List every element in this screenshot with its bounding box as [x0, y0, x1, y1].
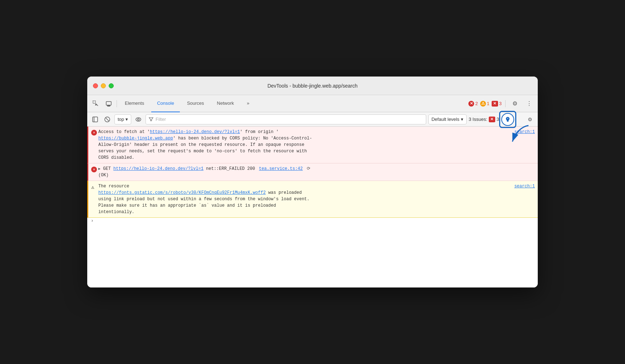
device-toolbar-button[interactable]	[103, 98, 114, 109]
svg-rect-11	[507, 121, 509, 122]
settings-button[interactable]: ⚙	[509, 98, 521, 109]
cors-source-link[interactable]: search:1	[514, 129, 535, 135]
chevron-down-icon: ▾	[126, 117, 128, 122]
svg-rect-0	[93, 101, 95, 103]
svg-rect-12	[507, 121, 508, 122]
cors-url-link[interactable]: https://hello-io-24.deno.dev/?lvl=1	[150, 129, 240, 134]
window-title: DevTools - bubble-jingle.web.app/search	[267, 83, 358, 89]
toolbar-right-divider	[505, 100, 506, 107]
eye-button[interactable]	[133, 114, 143, 124]
tab-sources[interactable]: Sources	[181, 95, 210, 112]
select-element-button[interactable]	[90, 98, 102, 109]
tea-service-link[interactable]: tea.service.ts:42	[259, 166, 302, 171]
error-icon: ✕	[468, 101, 474, 107]
issues-badge-icon: ✕	[489, 117, 495, 122]
net-failed-text: ▶ GET https://hello-io-24.deno.dev/?lvl=…	[98, 166, 535, 178]
error-count[interactable]: ✕ 2	[468, 101, 478, 107]
clear-console-button[interactable]	[102, 114, 112, 124]
warning-entry-icon: ⚠	[91, 184, 94, 191]
devtools-window: DevTools - bubble-jingle.web.app/search …	[87, 77, 538, 287]
main-toolbar: Elements Console Sources Network » ✕ 2 ⚠…	[87, 95, 538, 112]
filter-icon	[149, 117, 153, 122]
titlebar: DevTools - bubble-jingle.web.app/search	[87, 77, 538, 95]
close-button[interactable]	[93, 83, 98, 88]
prompt-caret-icon: ›	[91, 218, 94, 223]
svg-line-7	[106, 118, 109, 120]
bubble-jingle-link[interactable]: https://bubble-jingle.web.app	[98, 136, 173, 141]
minimize-button[interactable]	[101, 83, 106, 88]
svg-rect-4	[93, 117, 98, 122]
sidebar-toggle-button[interactable]	[90, 114, 100, 124]
lightbulb-icon	[505, 116, 511, 123]
console-entry-net-failed: ✕ ▶ GET https://hello-io-24.deno.dev/?lv…	[87, 163, 538, 181]
context-selector[interactable]: top ▾	[114, 114, 131, 124]
get-url-link[interactable]: https://hello-io-24.deno.dev/?lvl=1	[113, 166, 203, 171]
svg-point-8	[136, 118, 141, 121]
lightbulb-button[interactable]	[501, 113, 514, 126]
error-entry-icon-1: ✕	[91, 129, 97, 136]
console-entry-preload-warning: ⚠ The resource search:1 https://fonts.gs…	[87, 181, 538, 218]
tab-console[interactable]: Console	[151, 95, 180, 112]
console-content: ✕ Access to fetch at 'https://hello-io-2…	[87, 127, 538, 287]
font-url-link-source[interactable]: search:1	[514, 183, 535, 190]
error-entry-icon-2: ✕	[91, 166, 97, 173]
console-entry-cors-error: ✕ Access to fetch at 'https://hello-io-2…	[87, 127, 538, 163]
cors-error-text: Access to fetch at 'https://hello-io-24.…	[98, 129, 535, 161]
warning-icon: ⚠	[480, 101, 486, 107]
filter-input[interactable]: Filter	[146, 114, 426, 124]
issues-count[interactable]: ✕ 3	[492, 101, 502, 107]
chevron-down-icon-levels: ▾	[461, 117, 463, 122]
font-url-link[interactable]: https://fonts.gstatic.com/s/roboto/v30/K…	[98, 190, 266, 195]
console-toolbar: top ▾ Filter Default levels ▾ 3 Issues: …	[87, 112, 538, 127]
issues-badge[interactable]: 3 Issues: ✕ 3	[469, 117, 499, 122]
expand-triangle[interactable]: ▶	[98, 167, 100, 171]
svg-rect-1	[106, 102, 111, 105]
error-badge-group: ✕ 2 ⚠ 1 ✕ 3	[468, 101, 502, 107]
tab-elements[interactable]: Elements	[119, 95, 150, 112]
svg-point-9	[138, 118, 139, 120]
warning-count[interactable]: ⚠ 1	[480, 101, 489, 107]
traffic-lights	[93, 83, 114, 88]
preload-warning-text: The resource search:1 https://fonts.gsta…	[98, 183, 535, 215]
maximize-button[interactable]	[109, 83, 114, 88]
issues-error-icon: ✕	[492, 101, 498, 107]
toolbar-right: ✕ 2 ⚠ 1 ✕ 3 ⚙ ⋮	[468, 98, 535, 109]
console-settings-button[interactable]: ⚙	[525, 114, 535, 124]
lightbulb-container	[501, 113, 514, 126]
default-levels-button[interactable]: Default levels ▾	[428, 114, 467, 124]
tab-network[interactable]: Network	[211, 95, 240, 112]
svg-marker-10	[149, 118, 153, 121]
more-options-button[interactable]: ⋮	[523, 98, 535, 109]
toolbar-divider	[117, 100, 117, 107]
tab-more[interactable]: »	[241, 95, 255, 112]
console-prompt[interactable]: ›	[87, 218, 538, 223]
